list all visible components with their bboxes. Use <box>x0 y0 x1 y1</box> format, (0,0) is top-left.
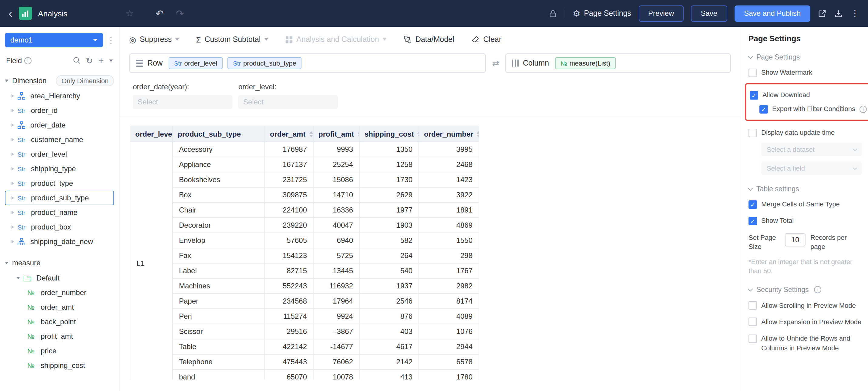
measure-item-back-point[interactable]: №back_point <box>5 314 114 329</box>
column-header-profit-amt[interactable]: profit_amt <box>313 126 360 142</box>
expand-icon[interactable] <box>11 167 14 171</box>
filter-select[interactable]: Select <box>133 95 232 109</box>
checkbox-allow-scrolling-in-preview-mode[interactable] <box>748 302 757 310</box>
chevron-down-icon[interactable] <box>109 59 113 62</box>
dimension-item-shipping-type[interactable]: Strshipping_type <box>5 162 114 176</box>
expand-icon[interactable] <box>11 196 14 200</box>
chevron-down-icon[interactable] <box>748 286 753 292</box>
section-header-security-settings[interactable]: Security Settingsi <box>748 286 862 294</box>
swap-axes-icon[interactable]: ⇄ <box>492 58 499 68</box>
collapse-icon[interactable] <box>5 80 8 82</box>
clear-tool[interactable]: Clear <box>471 35 502 44</box>
share-icon[interactable] <box>818 9 827 18</box>
dimension-section-header[interactable]: DimensionOnly Dimension <box>5 73 114 89</box>
lock-icon[interactable] <box>548 9 557 18</box>
save-button[interactable]: Save <box>691 5 727 22</box>
checkbox-allow-download[interactable]: ✓ <box>750 91 758 100</box>
measure-section-header[interactable]: measure <box>5 255 114 271</box>
expand-icon[interactable] <box>11 94 14 98</box>
row-shelf[interactable]: Row Strorder_levelStrproduct_sub_type <box>129 53 486 73</box>
sort-icon[interactable] <box>477 131 479 137</box>
dimension-item-product-name[interactable]: Strproduct_name <box>5 205 114 220</box>
expand-icon[interactable] <box>11 109 14 112</box>
section-header-table-settings[interactable]: Table settings <box>748 185 862 193</box>
expand-icon[interactable] <box>11 138 14 141</box>
shelf-pill-product-sub-type[interactable]: Strproduct_sub_type <box>227 57 302 69</box>
expand-icon[interactable] <box>11 152 14 156</box>
collapse-icon[interactable] <box>5 262 8 264</box>
dimension-item-shipping-date-new[interactable]: shipping_date_new <box>5 234 114 249</box>
page-size-input[interactable] <box>785 233 806 247</box>
dimension-item-order-id[interactable]: Strorder_id <box>5 103 114 118</box>
panel-section-security-settings: Security SettingsiAllow Scrolling in Pre… <box>748 286 862 353</box>
checkbox-show-watermark[interactable] <box>748 68 757 77</box>
dataset-more-icon[interactable]: ⋮ <box>107 35 114 45</box>
chevron-down-icon[interactable] <box>748 186 753 191</box>
chevron-down-icon[interactable] <box>748 54 753 59</box>
dimension-item-product-sub-type[interactable]: Strproduct_sub_type <box>5 191 114 205</box>
shelf-pill-measure-list[interactable]: №measure(List) <box>555 57 616 69</box>
column-shelf[interactable]: Column №measure(List) <box>505 53 731 73</box>
download-icon[interactable] <box>834 9 843 18</box>
info-icon[interactable]: i <box>860 106 867 113</box>
sort-desc-icon[interactable] <box>309 135 313 137</box>
sort-asc-icon[interactable] <box>477 131 479 133</box>
favorite-star-icon[interactable]: ☆ <box>126 8 134 19</box>
measure-item-order-number[interactable]: №order_number <box>5 285 114 300</box>
measure-folder-default[interactable]: Default <box>5 271 114 285</box>
checkbox-display-data-update-time[interactable] <box>748 129 757 137</box>
dimension-item-product-box[interactable]: Strproduct_box <box>5 220 114 234</box>
suppress-tool[interactable]: ◎ Suppress <box>129 35 179 44</box>
collapse-icon[interactable] <box>17 277 20 279</box>
select-select-a-field[interactable]: Select a field <box>761 162 862 175</box>
page-settings-menu[interactable]: ⚙ Page Settings <box>572 8 631 18</box>
dimension-item-product-type[interactable]: Strproduct_type <box>5 176 114 191</box>
section-header-page-settings[interactable]: Page Settings <box>748 53 862 61</box>
custom-subtotal-tool[interactable]: Σ Custom Subtotal <box>196 35 268 44</box>
measure-item-order-amt[interactable]: №order_amt <box>5 300 114 314</box>
data-model-tool[interactable]: Data/Model <box>403 35 454 44</box>
sort-asc-icon[interactable] <box>309 131 313 133</box>
checkbox-show-total[interactable]: ✓ <box>748 217 757 225</box>
select-select-a-dataset[interactable]: Select a dataset <box>761 143 862 156</box>
back-button[interactable]: ‹ <box>8 7 12 20</box>
info-icon[interactable]: i <box>24 57 32 64</box>
redo-icon[interactable]: ↷ <box>176 7 184 19</box>
undo-icon[interactable]: ↶ <box>156 7 164 19</box>
column-header-order-number[interactable]: order_number <box>419 126 479 142</box>
more-menu-icon[interactable]: ⋮ <box>850 8 860 19</box>
cell: 2629 <box>360 187 419 202</box>
sort-icon[interactable] <box>309 131 313 137</box>
panel-section-table-settings: Table settings✓Merge Cells of Same Type✓… <box>748 185 862 276</box>
filter-select[interactable]: Select <box>238 95 338 109</box>
column-header-order-amt[interactable]: order_amt <box>265 126 313 142</box>
content-area: demo1 ⋮ Field i ↻ + DimensionOnly Dimens… <box>0 27 868 391</box>
info-icon[interactable]: i <box>814 286 822 294</box>
shelf-pill-order-level[interactable]: Strorder_level <box>168 57 223 69</box>
measure-item-shipping-cost[interactable]: №shipping_cost <box>5 358 114 373</box>
dimension-item-order-level[interactable]: Strorder_level <box>5 147 114 162</box>
checkbox-allow-expansion-in-preview-mode[interactable] <box>748 318 757 326</box>
only-dimension-button[interactable]: Only Dimension <box>56 75 114 86</box>
expand-icon[interactable] <box>11 211 14 214</box>
checkbox-export-with-filter-conditions[interactable]: ✓ <box>760 105 768 114</box>
expand-icon[interactable] <box>11 225 14 229</box>
dataset-selector[interactable]: demo1 <box>5 33 103 47</box>
checkbox-merge-cells-of-same-type[interactable]: ✓ <box>748 200 757 209</box>
measure-item-profit-amt[interactable]: №profit_amt <box>5 329 114 344</box>
checkbox-allow-to-unhide-the-rows-and-columns-in-preview-mode[interactable] <box>748 335 757 343</box>
search-icon[interactable] <box>72 56 81 64</box>
save-and-publish-button[interactable]: Save and Publish <box>734 5 810 22</box>
refresh-icon[interactable]: ↻ <box>86 56 93 65</box>
dimension-item-customer-name[interactable]: Strcustomer_name <box>5 132 114 147</box>
dimension-item-order-date[interactable]: order_date <box>5 118 114 132</box>
add-field-icon[interactable]: + <box>98 55 104 65</box>
measure-item-price[interactable]: №price <box>5 344 114 358</box>
expand-icon[interactable] <box>11 123 14 127</box>
expand-icon[interactable] <box>11 181 14 185</box>
expand-icon[interactable] <box>11 240 14 244</box>
preview-button[interactable]: Preview <box>639 5 684 22</box>
sort-desc-icon[interactable] <box>477 135 479 137</box>
dimension-item-area-hierarchy[interactable]: area_Hierarchy <box>5 89 114 103</box>
column-header-shipping-cost[interactable]: shipping_cost <box>360 126 419 142</box>
